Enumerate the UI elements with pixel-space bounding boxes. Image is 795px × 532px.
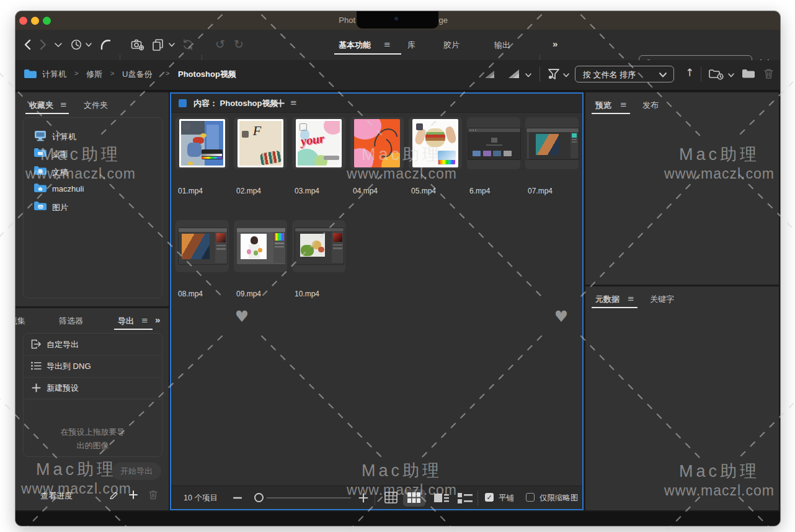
recent-folders-chevron-icon[interactable] xyxy=(727,73,735,78)
export-panel-menu-icon[interactable]: ≡ xyxy=(141,316,148,325)
copy-files-icon[interactable] xyxy=(152,38,164,51)
file-cell-04[interactable]: 04.mp4 xyxy=(350,117,405,210)
favorites-item-documents[interactable]: 文稿 xyxy=(29,163,165,180)
folder-documents-icon xyxy=(33,165,47,176)
favorites-item-maczhuli[interactable]: maczhuli xyxy=(29,180,165,198)
list-view-icon[interactable] xyxy=(458,492,473,503)
file-cell-10[interactable]: 10.mp4 xyxy=(292,220,347,313)
tab-favorites[interactable]: 收藏夹 xyxy=(29,100,53,111)
quality-fast-thumbnails-icon[interactable] xyxy=(484,69,496,79)
file-cell-06[interactable]: 6.mp4 xyxy=(467,117,522,210)
file-cell-01[interactable]: 01.mp4 xyxy=(175,117,230,210)
boomerang-icon[interactable] xyxy=(100,38,111,51)
content-panel-icon xyxy=(179,99,187,107)
tab-preview[interactable]: 预览 xyxy=(595,100,611,111)
export-to-dng-item[interactable]: 导出到 DNG xyxy=(24,355,161,378)
tab-export[interactable]: 导出 xyxy=(118,316,134,327)
workspace-tab-essentials[interactable]: 基本功能 xyxy=(339,40,371,51)
recent-folders-icon[interactable] xyxy=(709,68,725,81)
zoom-window-button[interactable] xyxy=(43,17,51,25)
tab-publish[interactable]: 发布 xyxy=(642,100,659,111)
current-folder-icon xyxy=(24,68,37,79)
file-cell-09[interactable]: 09.mp4 xyxy=(234,220,288,313)
workspace-overflow-chevron-icon[interactable]: » xyxy=(553,38,556,49)
sort-label: 按 文件名 排序 xyxy=(583,69,636,81)
thumbnail-view-button-active[interactable] xyxy=(403,489,425,507)
forward-icon[interactable] xyxy=(38,38,48,51)
thumbnails-only-checkbox[interactable] xyxy=(526,493,535,502)
edit-pencil-icon[interactable] xyxy=(109,490,120,501)
main-area: 收藏夹 ≡ 文件夹 计算机 桌面 文稿 maczhul xyxy=(16,91,780,512)
add-preset-icon[interactable] xyxy=(128,490,138,500)
sort-ascending-icon[interactable]: ↑ xyxy=(685,66,694,79)
favorites-panel-menu-icon[interactable]: ≡ xyxy=(60,100,67,109)
view-progress-link[interactable]: 查看进度 xyxy=(40,490,73,502)
new-folder-icon[interactable] xyxy=(742,68,755,79)
breadcrumb-current-folder[interactable]: Photoshop视频 xyxy=(178,69,236,80)
history-chevron-icon[interactable] xyxy=(85,42,92,48)
workspace-tab-output[interactable]: 输出 xyxy=(494,40,510,51)
title-bar: Phot ridge xyxy=(16,11,780,30)
video-thumbnail xyxy=(295,228,344,265)
thumbnail-size-slider-thumb[interactable] xyxy=(254,493,264,502)
item-count: 10 个项目 xyxy=(184,493,218,503)
breadcrumb-usb-backup[interactable]: U盘备份 xyxy=(122,69,152,80)
file-cell-07[interactable]: 07.mp4 xyxy=(525,117,580,210)
tab-keywords[interactable]: 关键字 xyxy=(650,294,674,305)
file-cell-08[interactable]: 08.mp4 xyxy=(175,220,230,313)
file-cell-03[interactable]: your 03.mp4 xyxy=(292,117,347,210)
grid-view-icon[interactable] xyxy=(384,492,398,504)
active-tab-underline xyxy=(592,113,630,114)
metadata-panel-menu-icon[interactable]: ≡ xyxy=(628,294,634,303)
tab-filter[interactable]: 筛选器 xyxy=(59,316,83,327)
breadcrumb-xiusi[interactable]: 修斯 xyxy=(86,69,102,80)
file-name: 08.mp4 xyxy=(178,290,203,298)
quality-chevron-icon[interactable] xyxy=(525,73,532,78)
favorites-item-computer[interactable]: 计算机 xyxy=(29,128,165,145)
chevron-down-icon[interactable] xyxy=(54,42,63,48)
quality-hq-thumbnails-icon[interactable] xyxy=(507,68,522,79)
filter-funnel-icon[interactable] xyxy=(548,68,561,81)
content-panel-menu-icon[interactable]: ≡ xyxy=(290,98,297,107)
undo-icon[interactable]: ↺ xyxy=(215,37,225,51)
breadcrumb-computer[interactable]: 计算机 xyxy=(42,69,66,80)
import-from-camera-icon[interactable] xyxy=(131,38,144,51)
details-view-icon[interactable] xyxy=(434,492,449,503)
sort-dropdown[interactable]: 按 文件名 排序 xyxy=(575,66,674,82)
tab-folders[interactable]: 文件夹 xyxy=(84,100,108,111)
filter-chevron-icon[interactable] xyxy=(562,73,570,78)
custom-export-item[interactable]: 自定导出 xyxy=(24,334,161,356)
file-cell-02[interactable]: F 02.mp4 xyxy=(234,117,288,210)
favorites-item-desktop[interactable]: 桌面 xyxy=(29,145,165,162)
back-icon[interactable] xyxy=(23,38,33,51)
sync-icon[interactable] xyxy=(182,38,194,51)
workspace-menu-icon[interactable]: ≡ xyxy=(384,40,391,49)
tab-collections[interactable]: 收藏集 xyxy=(16,316,25,327)
thumbnail-size-slider-track[interactable] xyxy=(267,497,351,499)
start-export-button[interactable]: 开始导出 xyxy=(112,463,161,480)
favorites-item-pictures[interactable]: 图片 xyxy=(29,198,165,216)
minimize-window-button[interactable] xyxy=(31,17,39,25)
history-icon[interactable] xyxy=(70,38,82,51)
workspace-tab-libraries[interactable]: 库 xyxy=(407,40,415,51)
preview-panel-menu-icon[interactable]: ≡ xyxy=(620,100,627,109)
tile-checkbox[interactable]: ✓ xyxy=(485,493,494,502)
zoom-out-icon[interactable] xyxy=(233,497,242,499)
content-panel: 内容： Photoshop视频 ≡ xyxy=(170,92,584,510)
redo-icon[interactable]: ↻ xyxy=(234,37,244,51)
delete-trash-icon[interactable] xyxy=(763,68,775,80)
close-window-button[interactable] xyxy=(19,17,27,25)
copy-chevron-icon[interactable] xyxy=(168,42,175,48)
workspace-tab-filmstrip[interactable]: 胶片 xyxy=(443,40,460,51)
file-name: 09.mp4 xyxy=(236,290,261,298)
zoom-in-icon[interactable] xyxy=(358,493,368,503)
tab-metadata[interactable]: 元数据 xyxy=(595,294,620,305)
panel-overflow-chevron-icon[interactable]: » xyxy=(155,314,159,325)
video-thumbnail: F xyxy=(238,119,283,167)
thumbnails-only-label: 仅限缩略图 xyxy=(540,493,579,503)
delete-preset-icon[interactable] xyxy=(148,489,158,500)
breadcrumb-separator: > xyxy=(166,69,169,77)
new-preset-item[interactable]: 新建预设 xyxy=(24,377,161,399)
file-cell-05[interactable]: 05.mp4 xyxy=(409,117,463,210)
add-content-tab-icon[interactable] xyxy=(277,99,285,107)
